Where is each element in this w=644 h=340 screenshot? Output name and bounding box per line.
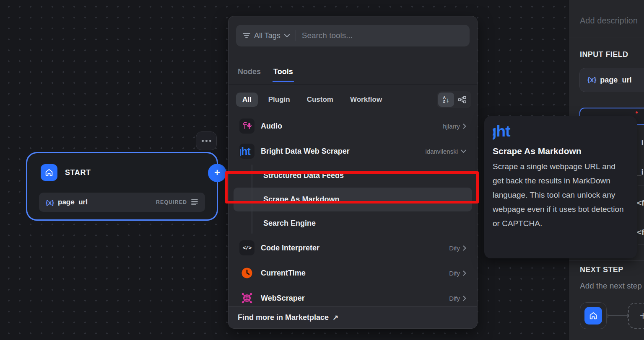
required-badge: REQUIRED	[156, 199, 187, 205]
provider-name: Dify	[449, 270, 460, 277]
add-next-step-placeholder[interactable]: +	[628, 303, 644, 329]
action-scrape-as-markdown[interactable]: Scrape As Markdown	[234, 188, 472, 211]
bright-data-actions: Structured Data Feeds Scrape As Markdown…	[234, 164, 472, 235]
start-node-variable-row[interactable]: {x} page_url REQUIRED	[39, 193, 205, 212]
node-more-options-button[interactable]	[196, 131, 217, 150]
divider	[569, 38, 644, 38]
chevron-right-icon	[463, 270, 466, 276]
sort-alphabetical-button[interactable]: AZ↓	[438, 93, 454, 107]
clock-icon	[239, 265, 254, 281]
tooltip-title: Scrape As Markdown	[493, 146, 628, 156]
input-field-heading: INPUT FIELD	[580, 50, 628, 59]
tree-view-button[interactable]	[454, 93, 470, 107]
divider	[229, 84, 477, 85]
panel-tabs: Nodes Tools	[238, 67, 293, 82]
divider	[638, 244, 644, 245]
tooltip-description: Scrape a single webpage URL and get back…	[493, 160, 628, 231]
provider-name: Dify	[449, 295, 460, 302]
chevron-down-icon	[284, 34, 290, 37]
divider	[296, 30, 296, 41]
action-label: Structured Data Feeds	[263, 171, 344, 180]
action-structured-data-feeds[interactable]: Structured Data Feeds	[234, 164, 472, 188]
edge-connector	[608, 315, 628, 316]
web-globe-icon	[239, 291, 254, 306]
workflow-editor: START {x} page_url REQUIRED + All Tags	[0, 0, 644, 340]
tab-tools[interactable]: Tools	[273, 67, 293, 82]
dot-icon	[205, 140, 208, 142]
next-step-start-node-preview	[580, 302, 607, 329]
tool-name: Audio	[261, 122, 282, 131]
next-step-subtitle: Add the next step	[580, 281, 644, 291]
node-description-placeholder[interactable]: Add description	[580, 16, 638, 26]
tool-name: Bright Data Web Scraper	[261, 147, 350, 156]
clipped-field-fragment: <f	[637, 228, 644, 237]
filter-chip-workflow[interactable]: Workflow	[344, 93, 388, 107]
home-icon	[41, 164, 57, 181]
tool-row-audio[interactable]: Audio hjlarry	[234, 113, 472, 139]
provider-name: idanvilenski	[425, 148, 458, 155]
tools-list: Audio hjlarry ght Bright Data Web Scrape…	[234, 113, 472, 311]
divider	[638, 156, 644, 156]
clipped-field-fragment: _i	[637, 167, 644, 177]
tool-row-code-interpreter[interactable]: </> Code Interpreter Dify	[234, 235, 472, 260]
dot-icon	[202, 140, 204, 142]
divider	[569, 260, 644, 261]
tool-provider[interactable]: Dify	[449, 245, 466, 252]
tool-provider[interactable]: Dify	[449, 270, 466, 277]
input-field-page-url[interactable]: {x} page_url	[579, 68, 644, 92]
clipped-field-fragment: <f	[637, 198, 644, 208]
tool-name: WebScraper	[261, 294, 305, 303]
start-node[interactable]: START {x} page_url REQUIRED	[26, 152, 218, 221]
search-input[interactable]	[302, 31, 463, 40]
filter-chip-custom[interactable]: Custom	[301, 93, 340, 107]
required-dot	[636, 111, 638, 113]
clipped-field-fragment: _i	[637, 138, 644, 147]
chevron-right-icon	[463, 245, 466, 251]
paragraph-icon	[191, 199, 198, 206]
action-label: Search Engine	[263, 219, 316, 228]
tool-detail-tooltip: ght Scrape As Markdown Scrape a single w…	[484, 116, 637, 258]
tool-type-filters: All Plugin Custom Workflow AZ↓	[236, 90, 471, 109]
tab-nodes[interactable]: Nodes	[238, 67, 261, 82]
view-toggle: AZ↓	[437, 91, 471, 108]
bright-data-icon: ght	[239, 144, 254, 159]
audio-tool-icon	[239, 118, 254, 134]
filter-chip-plugin[interactable]: Plugin	[262, 93, 296, 107]
tags-filter-dropdown[interactable]: All Tags	[243, 31, 290, 40]
tool-name: Code Interpreter	[261, 244, 319, 252]
tool-name: CurrentTime	[261, 269, 306, 278]
chevron-right-icon	[463, 296, 466, 301]
bright-data-logo: ght	[493, 122, 517, 141]
start-node-title: START	[65, 168, 91, 177]
block-selector-panel: All Tags Nodes Tools All Plugin Custom W…	[228, 16, 478, 329]
marketplace-link[interactable]: Find more in Marketplace ↗	[229, 306, 477, 328]
start-node-header: START	[41, 164, 91, 181]
chevron-right-icon	[463, 124, 466, 129]
divider	[638, 127, 644, 127]
external-link-icon: ↗	[332, 313, 338, 322]
provider-name: Dify	[449, 245, 460, 252]
divider	[638, 215, 644, 215]
sort-az-icon: AZ↓	[443, 96, 449, 103]
tree-view-icon	[458, 96, 466, 103]
variable-icon: {x}	[46, 199, 54, 206]
tool-provider[interactable]: hjlarry	[443, 123, 466, 130]
tool-provider[interactable]: Dify	[449, 295, 466, 302]
filter-chip-all[interactable]: All	[236, 93, 258, 107]
search-bar: All Tags	[236, 25, 470, 46]
variable-icon: {x}	[587, 76, 596, 84]
add-next-node-button[interactable]: +	[208, 164, 226, 182]
action-search-engine[interactable]: Search Engine	[234, 211, 472, 235]
action-label: Scrape As Markdown	[263, 195, 339, 204]
dot-icon	[209, 140, 211, 142]
tree-indent-line	[252, 165, 252, 234]
tool-row-bright-data[interactable]: ght Bright Data Web Scraper idanvilenski	[234, 139, 472, 164]
home-icon	[584, 307, 602, 325]
tool-provider[interactable]: idanvilenski	[425, 148, 466, 155]
code-interpreter-icon: </>	[239, 240, 254, 255]
filter-lines-icon	[243, 33, 250, 39]
variable-name: page_url	[58, 198, 88, 206]
tags-filter-label: All Tags	[254, 31, 280, 40]
tool-row-currenttime[interactable]: CurrentTime Dify	[234, 260, 472, 286]
marketplace-label: Find more in Marketplace	[238, 313, 329, 322]
